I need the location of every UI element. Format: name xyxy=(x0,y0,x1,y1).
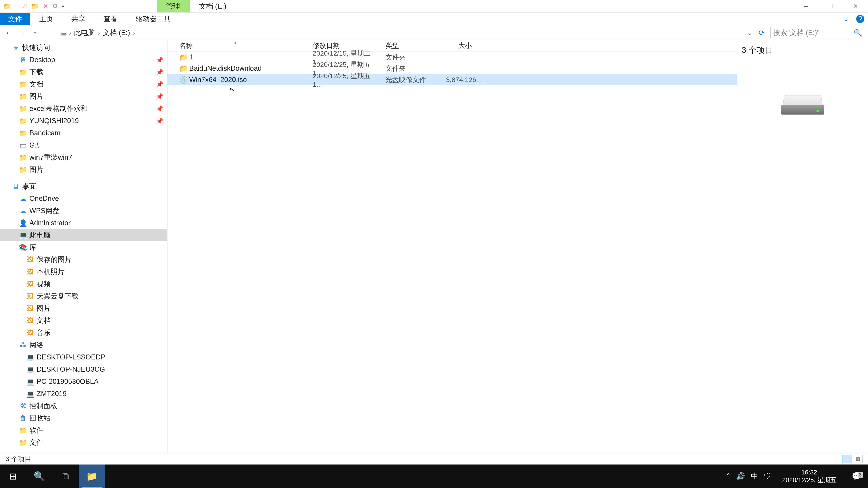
nav-desktop-root[interactable]: 🖥 桌面 xyxy=(0,180,167,193)
nav-quick-item[interactable]: 📁 文档 📌 xyxy=(0,78,167,90)
ribbon-tab-home[interactable]: 主页 xyxy=(30,13,62,25)
nav-quick-item[interactable]: 📁 excel表格制作求和 📌 xyxy=(0,103,167,115)
search-icon[interactable]: 🔍 xyxy=(854,29,862,37)
help-icon[interactable]: ? xyxy=(856,15,864,23)
qat-dropdown-icon[interactable]: ▾ xyxy=(62,4,64,9)
address-bar[interactable]: 🖴 › 此电脑 › 文档 (E:) › ⌄ xyxy=(57,27,755,38)
file-type: 光盘映像文件 xyxy=(374,75,434,85)
back-button[interactable]: ← xyxy=(3,27,15,38)
maximize-button[interactable]: ☐ xyxy=(818,0,843,13)
refresh-button[interactable]: ⟳ xyxy=(756,27,767,38)
notifications-button[interactable]: 💬3 xyxy=(847,471,866,481)
chevron-right-icon[interactable]: › xyxy=(69,29,71,37)
nav-desktop-item[interactable]: 💻 此电脑 xyxy=(0,229,167,241)
tray-chevron-icon[interactable]: ˄ xyxy=(726,472,730,481)
breadcrumb[interactable]: 此电脑 xyxy=(72,28,96,37)
nav-lib-item[interactable]: 🖼 视频 xyxy=(0,278,167,290)
file-row[interactable]: 💿 Win7x64_2020.iso 2020/12/25, 星期五 1... … xyxy=(167,74,737,86)
nav-label: 文档 xyxy=(37,316,51,325)
forward-button[interactable]: → xyxy=(16,27,28,38)
address-row: ← → ▾ ↑ 🖴 › 此电脑 › 文档 (E:) › ⌄ ⟳ 搜索"文档 (E… xyxy=(0,25,868,40)
nav-quick-item[interactable]: 📁 下载 📌 xyxy=(0,66,167,78)
ribbon-expand-icon[interactable]: ⌄ xyxy=(840,13,852,25)
nav-quick-item[interactable]: 📁 win7重装win7 xyxy=(0,151,167,164)
nav-lib-item[interactable]: 🖼 文档 xyxy=(0,315,167,327)
nav-quick-item[interactable]: 🖴 G:\ xyxy=(0,139,167,151)
nav-files[interactable]: 📁 文件 xyxy=(0,436,167,449)
contextual-tab-manage[interactable]: 管理 xyxy=(157,0,190,12)
start-button[interactable]: ⊞ xyxy=(0,464,26,488)
ribbon-tab-file[interactable]: 文件 xyxy=(0,13,30,25)
nav-quick-access[interactable]: ★ 快速访问 xyxy=(0,41,167,54)
nav-label: 天翼云盘下载 xyxy=(37,291,79,301)
security-icon[interactable]: 🛡 xyxy=(764,472,771,481)
minimize-button[interactable]: ─ xyxy=(794,0,818,13)
nav-desktop-item[interactable]: ☁ WPS网盘 xyxy=(0,205,167,217)
nav-network-pc[interactable]: 💻 ZMT2019 xyxy=(0,388,167,400)
search-input[interactable]: 搜索"文档 (E:)" 🔍 xyxy=(770,27,865,38)
address-dropdown-icon[interactable]: ⌄ xyxy=(747,29,752,37)
nav-recycle-bin[interactable]: 🗑 回收站 xyxy=(0,412,167,424)
nav-label: Desktop xyxy=(29,56,55,64)
qat-properties-icon[interactable]: ☑ xyxy=(21,2,27,10)
file-row[interactable]: 📁 BaiduNetdiskDownload 2020/12/25, 星期五 1… xyxy=(167,63,737,74)
library-icon: 🖼 xyxy=(26,317,34,324)
nav-quick-item[interactable]: 🖥 Desktop 📌 xyxy=(0,54,167,66)
preview-item-count: 3 个项目 xyxy=(742,45,864,56)
volume-icon[interactable]: 🔊 xyxy=(736,472,745,481)
nav-network-pc[interactable]: 💻 DESKTOP-LSSOEDP xyxy=(0,351,167,363)
column-size[interactable]: 大小 xyxy=(434,41,475,51)
column-type[interactable]: 类型 xyxy=(374,41,434,51)
nav-lib-item[interactable]: 🖼 音乐 xyxy=(0,327,167,339)
view-details-button[interactable]: ≡ xyxy=(842,455,852,463)
nav-desktop-item[interactable]: 📚 库 xyxy=(0,241,167,254)
folder-icon: 📁 xyxy=(19,166,27,174)
nav-quick-item[interactable]: 📁 图片 xyxy=(0,164,167,176)
ribbon-tab-view[interactable]: 查看 xyxy=(94,13,127,25)
nav-lib-item[interactable]: 🖼 保存的图片 xyxy=(0,254,167,266)
ribbon-tab-share[interactable]: 共享 xyxy=(62,13,94,25)
library-icon: 🖼 xyxy=(26,329,34,337)
control-panel-icon: 🛠 xyxy=(19,402,27,410)
nav-network-pc[interactable]: 💻 PC-20190530OBLA xyxy=(0,376,167,388)
file-row[interactable]: 📁 1 2020/12/15, 星期二 1... 文件夹 xyxy=(167,52,737,63)
nav-quick-item[interactable]: 📁 图片 📌 xyxy=(0,90,167,103)
nav-lib-item[interactable]: 🖼 图片 xyxy=(0,302,167,315)
qat-close-icon[interactable]: ✕ xyxy=(43,2,48,10)
nav-quick-item[interactable]: 📁 Bandicam xyxy=(0,127,167,139)
ime-indicator[interactable]: 中 xyxy=(751,471,758,481)
network-icon: 🖧 xyxy=(19,341,27,349)
search-button[interactable]: 🔍 xyxy=(26,464,53,488)
chevron-right-icon[interactable]: › xyxy=(98,29,100,37)
nav-software[interactable]: 📁 软件 xyxy=(0,424,167,436)
breadcrumb[interactable]: 文档 (E:) xyxy=(101,28,131,37)
nav-quick-item[interactable]: 📁 YUNQISHI2019 📌 xyxy=(0,115,167,127)
qat-new-folder-icon[interactable]: 📁 xyxy=(31,2,39,10)
file-list: 名称 ▴ 修改日期 类型 大小 📁 1 2020/12/15, 星期二 1...… xyxy=(167,40,737,453)
task-view-button[interactable]: ⧉ xyxy=(53,464,79,488)
up-button[interactable]: ↑ xyxy=(42,27,54,38)
nav-label: WPS网盘 xyxy=(29,206,59,216)
recent-dropdown-icon[interactable]: ▾ xyxy=(29,27,41,38)
column-name[interactable]: 名称 ▴ xyxy=(167,41,301,51)
nav-label: YUNQISHI2019 xyxy=(29,117,79,125)
nav-label: 文档 xyxy=(29,79,43,89)
nav-desktop-item[interactable]: 👤 Administrator xyxy=(0,217,167,229)
nav-network-pc[interactable]: 💻 DESKTOP-NJEU3CG xyxy=(0,363,167,376)
nav-label: 此电脑 xyxy=(29,230,51,240)
taskbar-explorer[interactable]: 📁 xyxy=(79,464,105,488)
nav-lib-item[interactable]: 🖼 天翼云盘下载 xyxy=(0,290,167,302)
chevron-right-icon[interactable]: › xyxy=(133,29,135,37)
qat-settings-icon[interactable]: ⚙ xyxy=(52,2,58,10)
nav-label: OneDrive xyxy=(29,195,59,203)
nav-control-panel[interactable]: 🛠 控制面板 xyxy=(0,400,167,412)
view-icons-button[interactable]: ▦ xyxy=(852,455,863,463)
clock[interactable]: 16:32 2020/12/25, 星期五 xyxy=(777,468,841,484)
close-button[interactable]: ✕ xyxy=(843,0,868,13)
nav-network[interactable]: 🖧 网络 xyxy=(0,339,167,351)
app-icon: 📁 xyxy=(3,2,11,10)
nav-lib-item[interactable]: 🖼 本机照片 xyxy=(0,266,167,278)
file-size: 3,874,126... xyxy=(434,76,475,84)
ribbon-tab-drive-tools[interactable]: 驱动器工具 xyxy=(127,13,180,25)
nav-desktop-item[interactable]: ☁ OneDrive xyxy=(0,193,167,205)
